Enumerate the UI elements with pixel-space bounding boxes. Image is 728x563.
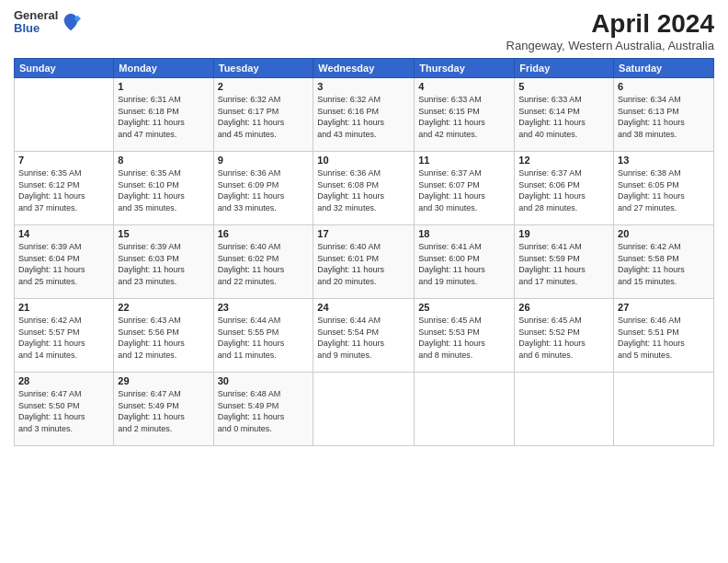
day-info: Sunrise: 6:34 AM Sunset: 6:13 PM Dayligh…: [618, 94, 710, 140]
calendar-cell: 16Sunrise: 6:40 AM Sunset: 6:02 PM Dayli…: [213, 225, 313, 299]
calendar-cell: [515, 373, 614, 446]
calendar-cell: 12Sunrise: 6:37 AM Sunset: 6:06 PM Dayli…: [515, 152, 614, 225]
calendar-cell: 30Sunrise: 6:48 AM Sunset: 5:49 PM Dayli…: [213, 373, 313, 446]
day-number: 18: [418, 228, 510, 239]
calendar-cell: 4Sunrise: 6:33 AM Sunset: 6:15 PM Daylig…: [415, 78, 515, 152]
calendar-cell: 23Sunrise: 6:44 AM Sunset: 5:55 PM Dayli…: [213, 299, 313, 373]
day-info: Sunrise: 6:39 AM Sunset: 6:03 PM Dayligh…: [118, 241, 209, 287]
calendar-cell: 1Sunrise: 6:31 AM Sunset: 6:18 PM Daylig…: [114, 78, 213, 152]
calendar-week-row: 14Sunrise: 6:39 AM Sunset: 6:04 PM Dayli…: [15, 225, 714, 299]
day-of-week-header: Saturday: [614, 59, 714, 78]
calendar-cell: 24Sunrise: 6:44 AM Sunset: 5:54 PM Dayli…: [313, 299, 415, 373]
day-number: 26: [518, 302, 609, 313]
day-number: 24: [317, 302, 410, 313]
logo-blue: Blue: [14, 22, 58, 35]
logo: General Blue: [14, 9, 81, 36]
day-info: Sunrise: 6:40 AM Sunset: 6:02 PM Dayligh…: [218, 241, 310, 287]
day-info: Sunrise: 6:35 AM Sunset: 6:10 PM Dayligh…: [118, 167, 209, 213]
day-info: Sunrise: 6:48 AM Sunset: 5:49 PM Dayligh…: [218, 388, 310, 434]
day-of-week-header: Monday: [114, 59, 213, 78]
day-info: Sunrise: 6:42 AM Sunset: 5:57 PM Dayligh…: [18, 315, 109, 361]
calendar-cell: 28Sunrise: 6:47 AM Sunset: 5:50 PM Dayli…: [15, 373, 114, 446]
day-info: Sunrise: 6:46 AM Sunset: 5:51 PM Dayligh…: [618, 315, 710, 361]
day-number: 8: [118, 155, 209, 166]
calendar-cell: 25Sunrise: 6:45 AM Sunset: 5:53 PM Dayli…: [415, 299, 515, 373]
day-number: 12: [518, 155, 609, 166]
day-number: 11: [418, 155, 510, 166]
day-info: Sunrise: 6:41 AM Sunset: 5:59 PM Dayligh…: [518, 241, 609, 287]
day-info: Sunrise: 6:37 AM Sunset: 6:07 PM Dayligh…: [418, 167, 510, 213]
day-info: Sunrise: 6:33 AM Sunset: 6:15 PM Dayligh…: [418, 94, 510, 140]
day-number: 15: [118, 228, 209, 239]
day-number: 30: [218, 375, 310, 386]
calendar-cell: [415, 373, 515, 446]
calendar-table: SundayMondayTuesdayWednesdayThursdayFrid…: [14, 58, 714, 446]
day-info: Sunrise: 6:47 AM Sunset: 5:50 PM Dayligh…: [18, 388, 109, 434]
logo-icon: [61, 12, 81, 32]
calendar-cell: 27Sunrise: 6:46 AM Sunset: 5:51 PM Dayli…: [614, 299, 714, 373]
day-info: Sunrise: 6:38 AM Sunset: 6:05 PM Dayligh…: [618, 167, 710, 213]
day-info: Sunrise: 6:32 AM Sunset: 6:16 PM Dayligh…: [317, 94, 410, 140]
day-number: 2: [218, 81, 310, 92]
day-number: 9: [218, 155, 310, 166]
day-number: 13: [618, 155, 710, 166]
calendar-cell: 10Sunrise: 6:36 AM Sunset: 6:08 PM Dayli…: [313, 152, 415, 225]
day-info: Sunrise: 6:35 AM Sunset: 6:12 PM Dayligh…: [18, 167, 109, 213]
day-number: 6: [618, 81, 710, 92]
day-of-week-header: Wednesday: [313, 59, 415, 78]
calendar-cell: 20Sunrise: 6:42 AM Sunset: 5:58 PM Dayli…: [614, 225, 714, 299]
calendar-cell: 26Sunrise: 6:45 AM Sunset: 5:52 PM Dayli…: [515, 299, 614, 373]
day-info: Sunrise: 6:40 AM Sunset: 6:01 PM Dayligh…: [317, 241, 410, 287]
calendar-cell: 19Sunrise: 6:41 AM Sunset: 5:59 PM Dayli…: [515, 225, 614, 299]
calendar-cell: 21Sunrise: 6:42 AM Sunset: 5:57 PM Dayli…: [15, 299, 114, 373]
day-number: 22: [118, 302, 209, 313]
calendar-cell: 29Sunrise: 6:47 AM Sunset: 5:49 PM Dayli…: [114, 373, 213, 446]
calendar-cell: [15, 78, 114, 152]
day-number: 29: [118, 375, 209, 386]
day-info: Sunrise: 6:37 AM Sunset: 6:06 PM Dayligh…: [518, 167, 609, 213]
day-number: 3: [317, 81, 410, 92]
calendar-cell: 22Sunrise: 6:43 AM Sunset: 5:56 PM Dayli…: [114, 299, 213, 373]
day-of-week-header: Sunday: [15, 59, 114, 78]
day-number: 5: [518, 81, 609, 92]
day-number: 21: [18, 302, 109, 313]
day-number: 20: [618, 228, 710, 239]
day-info: Sunrise: 6:45 AM Sunset: 5:52 PM Dayligh…: [518, 315, 609, 361]
day-info: Sunrise: 6:36 AM Sunset: 6:09 PM Dayligh…: [218, 167, 310, 213]
day-number: 14: [18, 228, 109, 239]
calendar-cell: 2Sunrise: 6:32 AM Sunset: 6:17 PM Daylig…: [213, 78, 313, 152]
day-info: Sunrise: 6:32 AM Sunset: 6:17 PM Dayligh…: [218, 94, 310, 140]
calendar-cell: 14Sunrise: 6:39 AM Sunset: 6:04 PM Dayli…: [15, 225, 114, 299]
day-info: Sunrise: 6:39 AM Sunset: 6:04 PM Dayligh…: [18, 241, 109, 287]
day-number: 25: [418, 302, 510, 313]
calendar-cell: 6Sunrise: 6:34 AM Sunset: 6:13 PM Daylig…: [614, 78, 714, 152]
day-number: 27: [618, 302, 710, 313]
calendar-week-row: 1Sunrise: 6:31 AM Sunset: 6:18 PM Daylig…: [15, 78, 714, 152]
day-info: Sunrise: 6:44 AM Sunset: 5:54 PM Dayligh…: [317, 315, 410, 361]
day-info: Sunrise: 6:44 AM Sunset: 5:55 PM Dayligh…: [218, 315, 310, 361]
day-number: 16: [218, 228, 310, 239]
day-info: Sunrise: 6:45 AM Sunset: 5:53 PM Dayligh…: [418, 315, 510, 361]
day-of-week-header: Friday: [515, 59, 614, 78]
day-of-week-header: Tuesday: [213, 59, 313, 78]
calendar-subtitle: Rangeway, Western Australia, Australia: [506, 39, 714, 52]
header: General Blue April 2024 Rangeway, Wester…: [14, 9, 714, 52]
calendar-cell: 8Sunrise: 6:35 AM Sunset: 6:10 PM Daylig…: [114, 152, 213, 225]
day-number: 1: [118, 81, 209, 92]
day-number: 4: [418, 81, 510, 92]
calendar-cell: 15Sunrise: 6:39 AM Sunset: 6:03 PM Dayli…: [114, 225, 213, 299]
day-info: Sunrise: 6:41 AM Sunset: 6:00 PM Dayligh…: [418, 241, 510, 287]
day-number: 17: [317, 228, 410, 239]
day-of-week-header: Thursday: [415, 59, 515, 78]
day-number: 19: [518, 228, 609, 239]
day-info: Sunrise: 6:31 AM Sunset: 6:18 PM Dayligh…: [118, 94, 209, 140]
calendar-week-row: 21Sunrise: 6:42 AM Sunset: 5:57 PM Dayli…: [15, 299, 714, 373]
calendar-cell: 17Sunrise: 6:40 AM Sunset: 6:01 PM Dayli…: [313, 225, 415, 299]
page: General Blue April 2024 Rangeway, Wester…: [0, 0, 728, 563]
title-block: April 2024 Rangeway, Western Australia, …: [506, 9, 714, 52]
day-info: Sunrise: 6:43 AM Sunset: 5:56 PM Dayligh…: [118, 315, 209, 361]
calendar-cell: 3Sunrise: 6:32 AM Sunset: 6:16 PM Daylig…: [313, 78, 415, 152]
day-number: 23: [218, 302, 310, 313]
calendar-week-row: 28Sunrise: 6:47 AM Sunset: 5:50 PM Dayli…: [15, 373, 714, 446]
day-number: 7: [18, 155, 109, 166]
